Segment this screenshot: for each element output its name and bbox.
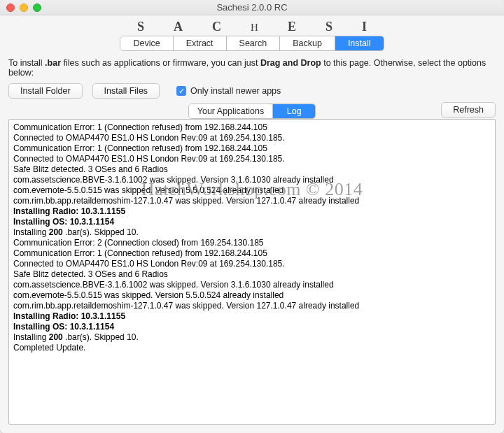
log-line: Connected to OMAP4470 ES1.0 HS London Re… [13,259,491,269]
info-text: To install [8,58,45,68]
install-files-button[interactable]: Install Files [92,83,160,99]
tab-search[interactable]: Search [227,36,281,50]
subtab-your-applications[interactable]: Your Applications [189,104,273,118]
log-box: Communication Error: 1 (Connection refus… [8,119,496,425]
log-line: com.rim.bb.app.retaildemoshim-127.1.0.47… [13,301,491,311]
info-bold-bar: .bar [45,58,61,68]
window-title: Sachesi 2.0.0 RC [0,2,504,13]
log-line: Communication Error: 2 (Connection close… [13,238,491,248]
tab-extract[interactable]: Extract [174,36,227,50]
subtab-row: Your ApplicationsLog Refresh [8,103,496,120]
log-line: Completed Update. [13,343,491,353]
log-line: Installing 200 .bar(s). Skipped 10. [13,227,491,238]
log-line: com.evernote-5.5.0.515 was skipped. Vers… [13,185,491,196]
log-line: Communication Error: 1 (Connection refus… [13,143,491,154]
info-bold-dnd: Drag and Drop [260,58,321,68]
log-line: Communication Error: 1 (Connection refus… [13,248,491,259]
log-line: Connected to OMAP4470 ES1.0 HS London Re… [13,154,491,164]
log-line: com.assetscience.BBVE-3.1.6.1002 was ski… [13,280,491,290]
log-line: Safe Blitz detected. 3 OSes and 6 Radios [13,164,491,175]
brand-letter: C [212,20,221,34]
brand-letter: E [288,20,296,34]
brand-letter: S [326,20,332,34]
titlebar: Sachesi 2.0.0 RC [0,0,504,15]
content-area: Your ApplicationsLog Refresh Communicati… [8,103,496,425]
install-folder-button[interactable]: Install Folder [8,83,83,99]
brand-letter: A [174,20,183,34]
brand-letter: I [362,20,367,34]
log-line: com.rim.bb.app.retaildemoshim-127.1.0.47… [13,196,491,206]
brand-letters: SACHESI [0,20,504,34]
checkbox-label: Only install newer apps [190,86,281,96]
checkbox-checked-icon: ✓ [176,86,186,96]
info-line: To install .bar files such as applicatio… [0,51,504,82]
log-line: com.evernote-5.5.0.515 was skipped. Vers… [13,290,491,301]
brand-letter: H [251,22,258,34]
log-line: Communication Error: 1 (Connection refus… [13,122,491,133]
log-line: com.assetscience.BBVE-3.1.6.1002 was ski… [13,175,491,185]
tab-install[interactable]: Install [335,36,384,50]
log-line: Safe Blitz detected. 3 OSes and 6 Radios [13,269,491,280]
log-line: Installing Radio: 10.3.1.1155 [13,206,491,217]
tab-device[interactable]: Device [120,36,173,50]
subtab-log[interactable]: Log [273,104,315,118]
brand-letter: S [137,20,144,34]
log-line: Installing OS: 10.3.1.1154 [13,217,491,227]
log-content: Communication Error: 1 (Connection refus… [9,120,495,356]
info-text: files such as applications or firmware, … [61,58,260,68]
only-newer-checkbox[interactable]: ✓ Only install newer apps [176,86,281,96]
tab-backup[interactable]: Backup [280,36,335,50]
log-line: Connected to OMAP4470 ES1.0 HS London Re… [13,133,491,143]
main-tabs: DeviceExtractSearchBackupInstall [0,36,504,51]
log-line: Installing OS: 10.3.1.1154 [13,322,491,332]
app-window: Sachesi 2.0.0 RC SACHESI DeviceExtractSe… [0,0,504,433]
log-line: Installing 200 .bar(s). Skipped 10. [13,332,491,343]
controls-row: Install Folder Install Files ✓ Only inst… [0,82,504,103]
log-line: Installing Radio: 10.3.1.1155 [13,311,491,322]
refresh-button[interactable]: Refresh [441,102,496,118]
